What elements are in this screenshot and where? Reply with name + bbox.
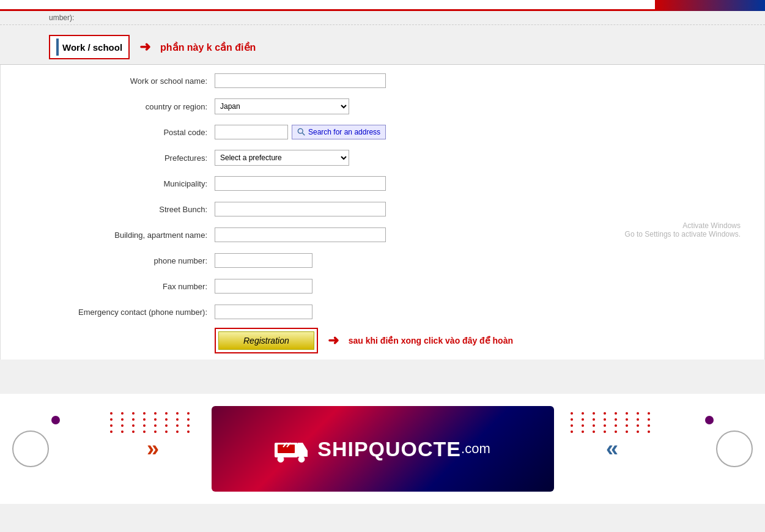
- label-municipality: Municipality:: [43, 179, 215, 188]
- top-bar-accent: [655, 0, 765, 11]
- input-school-name[interactable]: [215, 73, 386, 88]
- form-row-phone: phone number:: [43, 251, 722, 270]
- activate-windows-watermark: Activate Windows Go to Settings to activ…: [0, 219, 753, 241]
- svg-point-5: [298, 456, 305, 462]
- above-number-label: umber):: [49, 13, 74, 22]
- input-street[interactable]: [215, 202, 386, 216]
- search-address-label: Search for an address: [308, 128, 380, 136]
- section-title-box: Work / school: [49, 35, 130, 59]
- registration-button[interactable]: Registration: [218, 331, 314, 350]
- select-prefecture[interactable]: Select a prefecture: [215, 150, 349, 166]
- svg-line-1: [302, 133, 305, 135]
- reg-arrow-icon: ➜: [328, 333, 339, 349]
- form-row-municipality: Municipality:: [43, 174, 722, 193]
- select-country[interactable]: Japan: [215, 98, 349, 114]
- form-row-school-name: Work or school name:: [43, 71, 722, 91]
- top-bar: [0, 0, 765, 11]
- search-icon: [297, 128, 306, 136]
- dot-pattern-left: [110, 412, 194, 433]
- arrow-icon: ➜: [139, 39, 150, 55]
- form-row-postal: Postal code: Search for an address: [43, 122, 722, 142]
- form-row-fax: Fax number:: [43, 276, 722, 296]
- svg-point-0: [298, 128, 303, 133]
- circle-decoration-left: [12, 430, 49, 467]
- registration-row: Registration ➜ sau khi điền xong click v…: [43, 328, 722, 353]
- input-postal[interactable]: [215, 125, 288, 139]
- search-address-button[interactable]: Search for an address: [292, 125, 386, 139]
- label-emergency: Emergency contact (phone number):: [43, 308, 215, 317]
- form-row-emergency: Emergency contact (phone number):: [43, 302, 722, 322]
- chevron-right-icon: »: [147, 436, 159, 462]
- form-row-prefecture: Prefectures: Select a prefecture: [43, 148, 722, 168]
- label-fax: Fax number:: [43, 282, 215, 291]
- dot-purple-right: [705, 416, 714, 424]
- section-title: Work / school: [62, 42, 122, 53]
- input-phone[interactable]: [215, 253, 312, 268]
- blue-bar-accent: [56, 39, 59, 56]
- circle-decoration-right: [716, 430, 753, 467]
- label-prefecture: Prefectures:: [43, 153, 215, 163]
- section-annotation: phần này k cần điền: [160, 42, 256, 53]
- activate-line1: Activate Windows: [0, 221, 741, 230]
- input-municipality[interactable]: [215, 176, 386, 191]
- truck-icon: [275, 434, 311, 464]
- brand-name: SHIPQUOCTE: [317, 437, 461, 461]
- label-phone: phone number:: [43, 256, 215, 265]
- label-school-name: Work or school name:: [43, 76, 215, 86]
- svg-rect-6: [278, 445, 295, 453]
- activate-line2: Go to Settings to activate Windows.: [0, 230, 741, 238]
- form-row-country: country or region: Japan: [43, 97, 722, 116]
- input-fax[interactable]: [215, 279, 312, 294]
- dot-pattern-right: [571, 412, 655, 433]
- svg-point-4: [278, 456, 284, 462]
- input-emergency[interactable]: [215, 305, 312, 319]
- label-postal: Postal code:: [43, 128, 215, 137]
- section-header: Work / school ➜ phần này k cần điền: [0, 30, 765, 65]
- label-country: country or region:: [43, 102, 215, 111]
- bottom-banner: » « SHIPQUOCTE.com: [0, 394, 765, 504]
- brand-logo-text: SHIPQUOCTE.com: [275, 434, 490, 464]
- dot-purple-left: [51, 416, 60, 424]
- chevron-left-icon: «: [606, 436, 618, 462]
- form-row-street: Street Bunch:: [43, 199, 722, 219]
- reg-annotation: sau khi điền xong click vào đây để hoàn: [349, 336, 513, 345]
- label-street: Street Bunch:: [43, 205, 215, 214]
- brand-logo-box: SHIPQUOCTE.com: [212, 406, 554, 492]
- svg-marker-3: [298, 443, 308, 457]
- registration-box: Registration: [215, 328, 318, 353]
- brand-com: .com: [461, 441, 490, 457]
